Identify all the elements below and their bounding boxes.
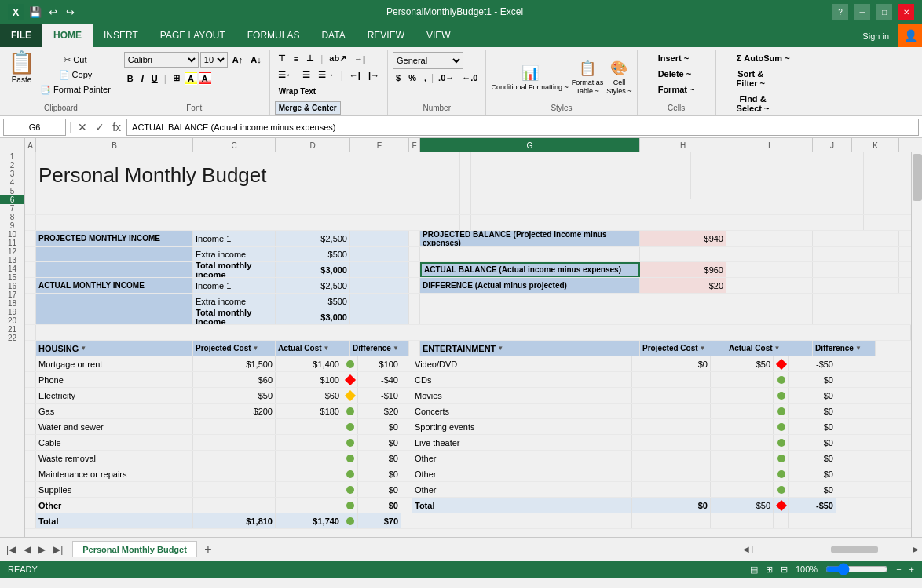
r15-ediff[interactable]: $0 — [789, 404, 836, 418]
e-actual-dropdown[interactable]: ▼ — [774, 345, 781, 352]
r4-value[interactable]: $2,500 — [276, 231, 350, 246]
fill-color-btn[interactable]: A — [185, 72, 197, 85]
r20-eactual[interactable] — [711, 482, 774, 497]
r15-eitem[interactable]: Concerts — [412, 404, 632, 418]
r10-f[interactable] — [507, 325, 518, 340]
sheet-nav-first[interactable]: |◀ — [3, 542, 19, 557]
r18-item[interactable]: Waste removal — [36, 451, 193, 466]
r8-g[interactable] — [420, 294, 813, 309]
align-right-btn[interactable]: ☰→ — [315, 68, 338, 82]
tab-insert[interactable]: INSERT — [93, 24, 149, 47]
decrease-font-btn[interactable]: A↓ — [247, 53, 264, 66]
r3-b[interactable] — [36, 215, 460, 230]
underline-btn[interactable]: U — [148, 72, 161, 85]
r5-g[interactable] — [420, 247, 640, 261]
r20-actual[interactable] — [276, 482, 342, 497]
r17-proj[interactable] — [193, 435, 276, 450]
font-name-select[interactable]: Calibri — [124, 52, 199, 68]
r17-eitem[interactable]: Live theater — [412, 435, 632, 450]
r13-actual[interactable]: $100 — [276, 372, 342, 387]
font-size-select[interactable]: 10 — [200, 52, 228, 68]
entertainment-dropdown[interactable]: ▼ — [497, 345, 503, 352]
r14-diff[interactable]: -$10 — [358, 388, 401, 403]
r11-entertainment[interactable]: ENTERTAINMENT ▼ — [420, 341, 640, 356]
r12-diff[interactable]: $100 — [358, 356, 401, 371]
tab-page-layout[interactable]: PAGE LAYOUT — [149, 24, 236, 47]
r7-diff-value[interactable]: $20 — [640, 278, 726, 293]
cut-btn[interactable]: ✂ Cut — [37, 53, 114, 67]
tab-data[interactable]: DATA — [310, 24, 356, 47]
r19-actual[interactable] — [276, 466, 342, 481]
e-diff-dropdown[interactable]: ▼ — [855, 345, 862, 352]
align-top-btn[interactable]: ⊤ — [275, 52, 289, 65]
cell-styles-btn[interactable]: 🎨 CellStyles ~ — [606, 60, 631, 96]
r6-a[interactable] — [25, 262, 36, 277]
r2-a[interactable] — [25, 199, 36, 214]
formula-input[interactable] — [126, 119, 919, 136]
r4-proj-label[interactable]: PROJECTED MONTHLY INCOME — [36, 231, 193, 246]
r10-a[interactable] — [25, 325, 36, 340]
r21-actual[interactable] — [276, 498, 342, 513]
r2-b[interactable] — [36, 199, 460, 214]
r12-f[interactable] — [401, 356, 412, 371]
r19-diff[interactable]: $0 — [358, 466, 401, 481]
r15-a[interactable] — [25, 404, 36, 418]
r19-item[interactable]: Maintenance or repairs — [36, 466, 193, 481]
r19-ediff[interactable]: $0 — [789, 466, 836, 481]
tab-review[interactable]: REVIEW — [357, 24, 415, 47]
r10-g[interactable] — [518, 325, 911, 340]
r19-eitem[interactable]: Other — [412, 466, 632, 481]
indent-more-btn[interactable]: →| — [351, 53, 368, 65]
r4-i[interactable] — [726, 231, 813, 246]
r6-item[interactable]: Total monthly income — [193, 262, 276, 277]
sheet-nav-next[interactable]: ▶ — [35, 542, 49, 557]
save-btn[interactable]: 💾 — [28, 5, 42, 19]
r22-eitem[interactable] — [412, 513, 632, 528]
view-page-icon[interactable]: ⊞ — [766, 564, 773, 575]
r4-proj-balance-value[interactable]: $940 — [640, 231, 726, 246]
r21-eitem[interactable]: Total — [412, 498, 632, 513]
increase-font-btn[interactable]: A↑ — [229, 53, 246, 66]
close-btn[interactable]: ✕ — [898, 4, 914, 20]
r12-eproj[interactable]: $0 — [632, 356, 711, 371]
r22-diff[interactable]: $70 — [358, 513, 401, 528]
r13-eitem[interactable]: CDs — [412, 372, 632, 387]
r16-a[interactable] — [25, 419, 36, 434]
r7-f[interactable] — [409, 278, 420, 293]
paste-special-btn[interactable]: 📑 Format Painter — [37, 83, 114, 97]
r11-e-diff[interactable]: Difference ▼ — [813, 341, 876, 356]
fill-btn[interactable]: Sort &Filter ~ — [734, 68, 768, 89]
r13-a[interactable] — [25, 372, 36, 387]
confirm-formula-icon[interactable]: ✓ — [93, 121, 107, 133]
r11-e-actual[interactable]: Actual Cost ▼ — [726, 341, 813, 356]
align-bottom-btn[interactable]: ⊥ — [303, 52, 317, 65]
r14-eactual[interactable] — [711, 388, 774, 403]
r20-diff[interactable]: $0 — [358, 482, 401, 497]
scrollbar-thumb[interactable] — [913, 154, 922, 201]
r5-a[interactable] — [25, 247, 36, 261]
name-box[interactable]: G6 — [3, 119, 66, 136]
r17-a[interactable] — [25, 435, 36, 450]
col-j-header[interactable]: J — [813, 138, 852, 152]
r16-item[interactable]: Water and sewer — [36, 419, 193, 434]
r20-f[interactable] — [401, 482, 412, 497]
r9-value[interactable]: $3,000 — [276, 309, 350, 324]
r18-eproj[interactable] — [632, 451, 711, 466]
r18-f[interactable] — [401, 451, 412, 466]
comma-btn[interactable]: , — [421, 71, 430, 84]
r7-value[interactable]: $2,500 — [276, 278, 350, 293]
r14-proj[interactable]: $50 — [193, 388, 276, 403]
col-c-header[interactable]: C — [193, 138, 276, 152]
italic-btn[interactable]: I — [138, 72, 147, 85]
find-select-btn[interactable]: Find &Select ~ — [734, 93, 773, 115]
r6-i[interactable] — [726, 262, 813, 277]
r11-housing[interactable]: HOUSING ▼ — [36, 341, 193, 356]
r21-proj[interactable] — [193, 498, 276, 513]
align-center-btn[interactable]: ☰ — [299, 68, 313, 82]
r15-proj[interactable]: $200 — [193, 404, 276, 418]
maximize-btn[interactable]: □ — [876, 4, 892, 20]
r14-a[interactable] — [25, 388, 36, 403]
r17-actual[interactable] — [276, 435, 342, 450]
r9-a[interactable] — [25, 309, 36, 324]
border-btn[interactable]: ⊞ — [170, 71, 183, 85]
